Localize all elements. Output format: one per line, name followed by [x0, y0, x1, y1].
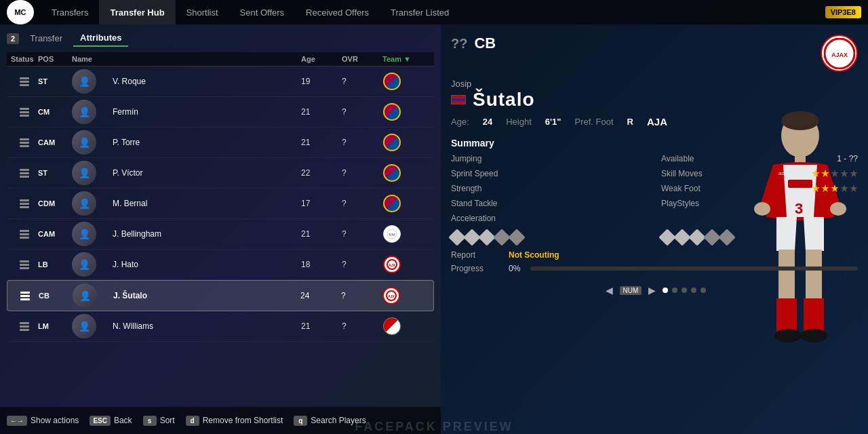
nav-received-offers[interactable]: Received Offers — [295, 0, 380, 24]
player-avatar: 👤 — [72, 252, 96, 277]
position-badge: ?? CB — [451, 35, 496, 52]
table-row[interactable]: ST 👤 P. Víctor 22 ? — [7, 158, 434, 189]
summary-right: Available 1 - ?? Skill Moves — [661, 154, 858, 243]
nav-transfer-hub[interactable]: Transfer Hub — [99, 0, 175, 24]
playstyles-label: PlayStyles — [661, 199, 699, 208]
summary-title: Summary — [451, 138, 858, 149]
player-avatar: 👤 — [72, 69, 96, 94]
ajax-logo-svg: AJAX — [824, 38, 855, 69]
th-name: Name — [72, 55, 113, 63]
report-row: Report Not Scouting — [451, 250, 858, 260]
wstar-2 — [821, 184, 829, 193]
table-row[interactable]: CDM 👤 M. Bernal 17 ? — [7, 189, 434, 219]
pos-cell: CDM — [38, 199, 72, 208]
accel-label: Acceleration — [451, 214, 496, 223]
dot-5[interactable] — [701, 288, 706, 293]
sort-label: Sort — [160, 416, 175, 425]
avatar-cell: 👤 — [72, 161, 113, 185]
nav-transfers[interactable]: Transfers — [41, 0, 99, 24]
team-badge — [382, 317, 401, 336]
th-status: Status — [11, 55, 38, 63]
summary-section: Summary Jumping Sprint Speed Strength — [451, 138, 858, 243]
player-avatar: 👤 — [72, 100, 96, 124]
th-age: Age — [301, 55, 342, 63]
tab-transfer[interactable]: Transfer — [23, 31, 69, 46]
dot-2[interactable] — [672, 288, 677, 293]
remove-label: Remove from Shortlist — [203, 416, 283, 425]
show-actions-key: ←→ — [7, 416, 27, 426]
table-row[interactable]: CM 👤 Fermín 21 ? — [7, 97, 434, 127]
sprint-label: Sprint Speed — [451, 169, 498, 178]
tab-attributes[interactable]: Attributes — [73, 30, 128, 47]
player-avatar: 👤 — [72, 191, 96, 216]
search-key: q — [294, 416, 307, 426]
show-actions-label: Show actions — [31, 416, 79, 425]
nav-right: VIP3E8 — [825, 6, 861, 18]
star-3 — [831, 170, 839, 178]
svg-text:AJAX: AJAX — [831, 52, 847, 58]
remove-shortlist-button[interactable]: d Remove from Shortlist — [186, 416, 283, 426]
ovr-cell: ? — [342, 321, 382, 331]
real-badge: RM — [383, 225, 401, 243]
status-cell — [11, 197, 38, 210]
player-lastname: Šutalo — [473, 89, 535, 111]
age-cell: 24 — [300, 291, 341, 300]
name-cell: P. Víctor — [113, 168, 301, 178]
status-cell — [11, 136, 38, 149]
lastname-row: Šutalo — [451, 89, 858, 111]
back-key: ESC — [90, 416, 111, 426]
svg-rect-15 — [804, 298, 824, 332]
barca-badge — [383, 134, 401, 151]
team-badge: AJX — [382, 286, 401, 305]
weak-foot-row: Weak Foot — [661, 184, 858, 193]
table-header: Status POS Name Age OVR Team ▼ — [7, 52, 434, 66]
ovr-cell: ? — [342, 138, 382, 147]
avatar-cell: 👤 — [72, 100, 113, 124]
table-row[interactable]: ST 👤 V. Roque 19 ? — [7, 66, 434, 97]
playstyles-row: PlayStyles — [661, 199, 858, 208]
player-detail: ?? CB AJAX Josip Šutalo — [451, 35, 858, 297]
tackle-label: Stand Tackle — [451, 199, 498, 208]
table-row[interactable]: LB 👤 J. Hato 18 ? AJX — [7, 250, 434, 280]
th-avatar — [113, 55, 301, 63]
nav-sent-offers[interactable]: Sent Offers — [229, 0, 296, 24]
nav-transfer-listed[interactable]: Transfer Listed — [380, 0, 460, 24]
selected-player-row[interactable]: CB 👤 J. Šutalo 24 ? AJX — [7, 280, 434, 311]
back-button[interactable]: ESC Back — [90, 416, 132, 426]
ovr-cell: ? — [342, 107, 382, 117]
team-cell — [382, 317, 430, 336]
status-icon — [18, 167, 31, 179]
show-actions-button[interactable]: ←→ Show actions — [7, 416, 79, 426]
dot-3[interactable] — [682, 288, 687, 293]
name-cell: Fermín — [113, 107, 301, 117]
dot-1[interactable] — [663, 288, 668, 293]
table-row[interactable]: CAM 👤 P. Torre 21 ? — [7, 127, 434, 158]
ovr-cell: ? — [342, 77, 382, 86]
dot-4[interactable] — [691, 288, 696, 293]
ovr-cell: ? — [342, 199, 382, 208]
team-badge — [382, 163, 401, 182]
nav-shortlist[interactable]: Shortlist — [176, 0, 229, 24]
barca-badge — [383, 164, 401, 182]
table-row[interactable]: LM 👤 N. Williams 21 ? — [7, 311, 434, 342]
sort-button[interactable]: s Sort — [143, 416, 175, 426]
th-team[interactable]: Team ▼ — [382, 55, 430, 63]
team-badge — [382, 133, 401, 152]
team-cell — [382, 102, 430, 121]
next-arrow[interactable]: ▶ — [646, 283, 658, 297]
ajax-badge: AJX — [383, 256, 401, 273]
weak-foot-label: Weak Foot — [661, 184, 701, 193]
back-label: Back — [114, 416, 132, 425]
player-meta: Age: 24 Height 6'1" Pref. Foot R AJA — [451, 116, 858, 127]
prev-arrow[interactable]: ◀ — [603, 283, 616, 297]
playstyles-diamonds — [451, 231, 648, 243]
position-label: CB — [474, 35, 496, 52]
pos-cell: LM — [38, 322, 72, 330]
summary-grid: Jumping Sprint Speed Strength Stand Tack… — [451, 154, 858, 243]
name-cell: V. Roque — [113, 77, 301, 86]
table-row[interactable]: CAM 👤 J. Bellingham 21 ? RM — [7, 219, 434, 250]
team-cell — [382, 72, 430, 91]
name-cell: J. Šutalo — [113, 291, 300, 300]
watermark: FACEPACK PREVIEW — [355, 420, 513, 434]
nav-logo: MC — [7, 0, 34, 24]
